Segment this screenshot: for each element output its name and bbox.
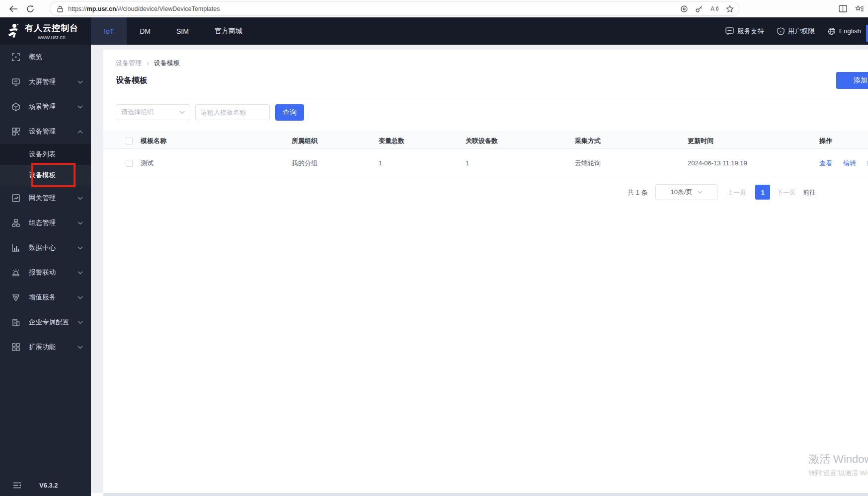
top-nav: IoT DM SIM 官方商城 — [91, 17, 255, 45]
scene-cube-icon — [12, 103, 20, 111]
select-all-checkbox[interactable] — [126, 138, 133, 144]
table-row: 测试 我的分组 1 1 云端轮询 2024-06-13 11:19:19 查看 … — [103, 149, 868, 177]
sidebar-item-scada-mgmt[interactable]: 组态管理 — [0, 211, 91, 235]
sidebar-item-scene-mgmt[interactable]: 场景管理 — [0, 94, 91, 119]
sidebar-subitem-device-list[interactable]: 设备列表 — [0, 144, 91, 165]
device-grid-icon — [12, 128, 20, 136]
sidebar-item-enterprise-config[interactable]: 企业专属配置 — [0, 310, 91, 335]
current-page-button[interactable]: 1 — [755, 185, 770, 200]
org-select[interactable]: 请选择组织 — [116, 104, 190, 120]
chevron-down-icon — [78, 246, 83, 250]
service-support[interactable]: 服务支持 — [725, 27, 764, 36]
chevron-down-icon — [78, 80, 83, 84]
table-header: 模板名称 所属组织 变量总数 关联设备数 采集方式 更新时间 操作 — [103, 132, 868, 149]
sidebar-item-label: 增值服务 — [29, 293, 56, 302]
action-view[interactable]: 查看 — [819, 159, 832, 168]
sidebar-item-alarm-linkage[interactable]: 报警联动 — [0, 260, 91, 285]
sidebar-item-data-center[interactable]: 数据中心 — [0, 235, 91, 260]
tab-mall[interactable]: 官方商城 — [202, 17, 255, 45]
bar-chart-icon — [12, 244, 20, 252]
browser-chrome: https://mp.usr.cn/#/cloud/device/ViewDev… — [0, 0, 868, 17]
next-page-button[interactable]: 下一页 — [777, 188, 796, 197]
sidebar-item-value-added[interactable]: 增值服务 — [0, 285, 91, 310]
goto-page-label: 前往 — [803, 188, 816, 197]
chevron-down-icon — [78, 296, 83, 299]
cell-organization: 我的分组 — [292, 149, 317, 177]
tab-iot[interactable]: IoT — [91, 17, 127, 45]
cell-template-name: 测试 — [141, 149, 154, 177]
address-bar[interactable]: https://mp.usr.cn/#/cloud/device/ViewDev… — [50, 1, 739, 16]
language-switch[interactable]: English — [828, 27, 861, 35]
sidebar-item-gateway-mgmt[interactable]: 网关管理 — [0, 186, 91, 211]
template-name-input[interactable] — [195, 104, 270, 120]
prev-page-button[interactable]: 上一页 — [727, 188, 746, 197]
col-update-time: 更新时间 — [688, 132, 713, 149]
cell-variable-count: 1 — [379, 149, 382, 177]
collapse-sidebar-icon[interactable] — [13, 482, 21, 489]
sidebar-item-label: 概览 — [29, 53, 42, 62]
search-button[interactable]: 查询 — [275, 104, 304, 121]
sidebar-item-label: 大屏管理 — [29, 77, 56, 86]
watermark-line1: 激活 Windows — [808, 452, 868, 467]
sidebar-item-label: 场景管理 — [29, 102, 56, 111]
chevron-down-icon — [78, 271, 83, 275]
sidebar-item-label: 组态管理 — [29, 218, 56, 227]
sidebar-subitem-device-template[interactable]: 设备模板 — [0, 165, 91, 186]
logo[interactable]: 有人云控制台 www.usr.cn — [0, 17, 91, 45]
header-edge-sliver — [866, 25, 868, 42]
user-permissions[interactable]: 用户权限 — [777, 27, 815, 36]
lock-icon[interactable] — [57, 5, 63, 12]
chevron-down-icon — [698, 191, 703, 194]
sidebar-item-overview[interactable]: 概览 — [0, 45, 91, 70]
url-host: mp.usr.cn — [87, 5, 116, 12]
col-organization: 所属组织 — [292, 132, 317, 149]
back-icon[interactable] — [5, 2, 22, 16]
svg-text:A: A — [710, 5, 714, 12]
chevron-down-icon — [78, 221, 83, 225]
content-card: 设备管理 › 设备模板 设备模板 添加 请选择组织 查询 模板名称 所属组织 变… — [103, 50, 868, 493]
url-path: /#/cloud/device/ViewDeviceTemplates — [116, 5, 220, 12]
sidebar-item-extensions[interactable]: 扩展功能 — [0, 335, 91, 359]
logo-subtitle: www.usr.cn — [38, 34, 66, 40]
refresh-icon[interactable] — [22, 2, 39, 16]
language-label: English — [839, 27, 861, 35]
split-screen-icon[interactable] — [839, 5, 847, 12]
sidebar-item-label: 数据中心 — [29, 243, 56, 252]
cell-device-count-link[interactable]: 1 — [466, 149, 469, 177]
pagination-total: 共 1 条 — [628, 188, 647, 197]
usr-person-logo-icon — [6, 23, 21, 40]
location-icon[interactable] — [680, 5, 688, 13]
title-divider — [116, 98, 868, 98]
col-collect-mode: 采集方式 — [575, 132, 601, 149]
sidebar-item-label: 报警联动 — [29, 268, 56, 277]
breadcrumb-separator-icon: › — [147, 59, 149, 67]
key-icon[interactable] — [695, 5, 703, 13]
chat-bubble-icon — [725, 27, 734, 35]
user-permissions-label: 用户权限 — [788, 27, 815, 36]
page-title: 设备模板 — [116, 75, 148, 86]
collections-icon[interactable] — [855, 5, 864, 13]
tab-dm[interactable]: DM — [127, 17, 163, 45]
squares-icon — [12, 343, 20, 351]
sidebar-item-device-mgmt[interactable]: 设备管理 — [0, 119, 91, 144]
page-size-select[interactable]: 10条/页 — [655, 184, 717, 200]
horizontal-scrollbar[interactable] — [103, 493, 868, 496]
breadcrumb-parent[interactable]: 设备管理 — [116, 59, 142, 68]
url-text: https://mp.usr.cn/#/cloud/device/ViewDev… — [68, 5, 220, 12]
app-header: 有人云控制台 www.usr.cn IoT DM SIM 官方商城 服务支持 用… — [0, 17, 868, 45]
favorite-star-icon[interactable] — [726, 5, 734, 13]
service-support-label: 服务支持 — [737, 27, 764, 36]
hierarchy-icon — [12, 219, 20, 227]
breadcrumb: 设备管理 › 设备模板 — [116, 59, 180, 68]
row-checkbox[interactable] — [126, 160, 133, 167]
add-button[interactable]: 添加 — [836, 72, 868, 89]
building-icon — [12, 318, 20, 326]
action-edit[interactable]: 编辑 — [843, 159, 856, 168]
col-actions: 操作 — [819, 132, 832, 149]
tab-sim[interactable]: SIM — [163, 17, 202, 45]
chevron-down-icon — [78, 321, 83, 324]
col-variable-count: 变量总数 — [379, 132, 404, 149]
sidebar-item-bigscreen-mgmt[interactable]: 大屏管理 — [0, 70, 91, 94]
breadcrumb-current: 设备模板 — [154, 59, 180, 68]
read-aloud-icon[interactable]: A — [710, 5, 719, 12]
